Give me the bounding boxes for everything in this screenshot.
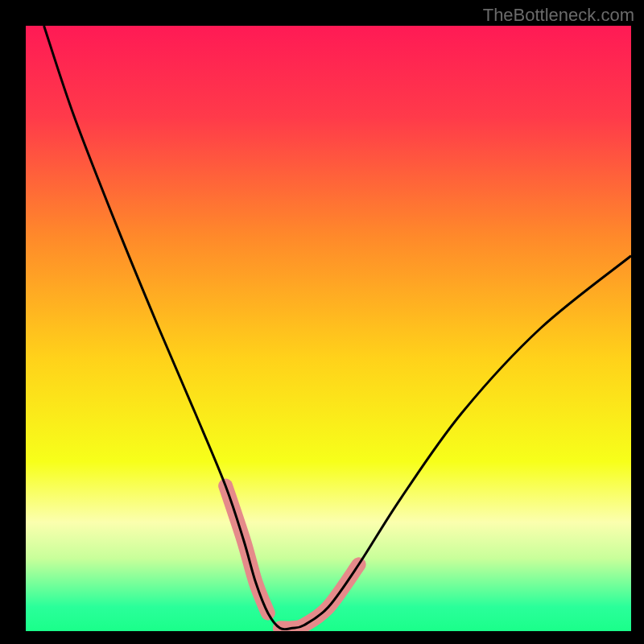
main-curve-path bbox=[44, 26, 631, 630]
bottleneck-curve bbox=[26, 26, 631, 631]
watermark-text: TheBottleneck.com bbox=[483, 5, 634, 26]
highlight-right-segment bbox=[280, 564, 359, 628]
plot-area bbox=[26, 26, 631, 631]
